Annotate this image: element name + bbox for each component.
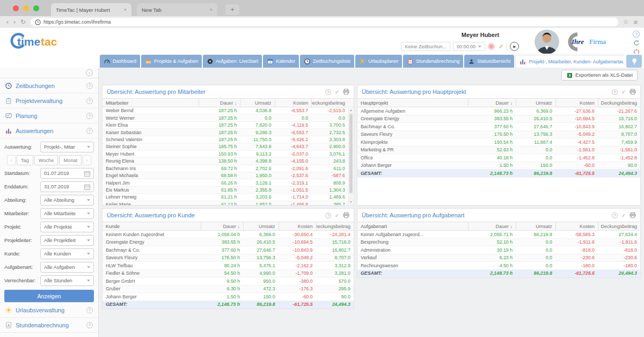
column-header-dauer[interactable]: Dauer ↓ bbox=[201, 222, 244, 230]
table-scrollbar[interactable]: ▲ ▼ bbox=[348, 108, 353, 204]
help-question-icon[interactable]: ? bbox=[86, 83, 93, 89]
filter-select[interactable]: Alle Mitarbeite bbox=[40, 208, 94, 219]
period-button-tag[interactable]: Tag bbox=[17, 155, 33, 165]
sidebar-item-einstellungen[interactable]: ⚙Einstellungen? bbox=[0, 333, 98, 337]
table-row[interactable]: Kleinprojekte150.54 h11,887.4-4,427.57,4… bbox=[357, 138, 640, 146]
table-row[interactable]: Rechnungswesen4.50 h0.0-180.0-180.0 bbox=[357, 262, 640, 270]
stop-icon[interactable] bbox=[488, 43, 495, 50]
column-header-umsatz[interactable]: Umsatz bbox=[516, 222, 555, 230]
column-header-kunde[interactable]: Kunde bbox=[103, 222, 201, 230]
table-row[interactable]: Engel Michaela68.58 h1,950.0-2,537.6-587… bbox=[103, 172, 354, 179]
export-xls-button[interactable]: X Exportieren als XLS-Datei bbox=[561, 70, 638, 80]
browser-new-tab-button[interactable]: + bbox=[225, 4, 239, 15]
menu-icon[interactable]: ≡ bbox=[633, 19, 638, 26]
idea-bulb-button[interactable] bbox=[626, 55, 642, 68]
column-header-umsatz[interactable]: Umsatz bbox=[516, 99, 555, 107]
minimize-window-button[interactable] bbox=[23, 5, 29, 11]
column-header-dauer[interactable]: Dauer ↓ bbox=[468, 99, 516, 107]
table-row[interactable]: Johann Berger1.50 h150.0-60.090.0 bbox=[103, 293, 354, 301]
table-row[interactable]: Administration30.19 h0.0-818.0-818.0 bbox=[357, 246, 640, 254]
table-row[interactable]: Gruber6.30 h472.3-176.3295.9 bbox=[103, 285, 354, 294]
printer-icon[interactable] bbox=[343, 89, 349, 95]
table-row[interactable]: Steiner Sophie185.75 h7,543.8-4,643.72,9… bbox=[103, 143, 354, 150]
filter-select[interactable]: Alle Kunden bbox=[40, 248, 94, 259]
table-row[interactable]: Marketing & PR52.63 h0.0-1,561.0-1,561.0 bbox=[357, 146, 640, 155]
table-row[interactable]: HLW Tiefbau80.24 h5,475.1-2,162.23,312.9 bbox=[103, 262, 354, 270]
help-question-icon[interactable]: ? bbox=[86, 307, 93, 313]
help-icon[interactable]: ? bbox=[633, 31, 640, 38]
sidebar-item-projektverwaltung[interactable]: Projektverwaltung? bbox=[0, 93, 98, 108]
auswertung-select[interactable]: Projekt-, Mitar bbox=[40, 142, 94, 152]
question-icon[interactable]: ? bbox=[325, 213, 331, 218]
table-row[interactable]: Johann Berger1.50 h150.0-60.090.0 bbox=[357, 162, 640, 170]
collapse-sidebar-icon[interactable]: ‹ bbox=[86, 69, 93, 76]
column-header-deckungsbeitrag[interactable]: Deckungsbeitrag bbox=[598, 99, 640, 107]
nav-tab-projekte-aufgaben[interactable]: Projekte & Aufgaben bbox=[141, 55, 202, 68]
period-next-icon[interactable]: › bbox=[83, 155, 91, 165]
question-icon[interactable]: ? bbox=[612, 89, 618, 95]
column-header-kosten[interactable]: Kosten bbox=[555, 222, 598, 230]
period-button-monat[interactable]: Monat bbox=[59, 155, 82, 165]
filter-select[interactable]: Alle Projekte bbox=[40, 222, 94, 232]
column-header-deckungsbeitrag[interactable]: Deckungsbeitrag bbox=[316, 222, 354, 230]
table-row[interactable]: Berger GmbH9.50 h950.0-380.0570.0 bbox=[103, 277, 354, 285]
back-icon[interactable]: ‹ bbox=[6, 19, 9, 25]
nav-tab-active[interactable]: Projekt-, Mitarbeiter, Kunden- Aufgabena… bbox=[515, 55, 624, 68]
table-row[interactable]: Kaiser Sebastian187.25 h9,286.3-6,553.72… bbox=[103, 129, 354, 136]
table-row[interactable]: Greengate Energy383.55 h26,410.5-10,694.… bbox=[357, 115, 640, 123]
close-icon[interactable]: × bbox=[124, 7, 127, 12]
column-header-deckungsbeitrag[interactable]: Deckungsbeitrag bbox=[598, 222, 640, 230]
table-row[interactable]: Verkauf6.23 h0.0-230.6-230.6 bbox=[357, 254, 640, 262]
printer-icon[interactable] bbox=[630, 89, 636, 95]
column-header-kosten[interactable]: Kosten bbox=[279, 222, 316, 230]
table-row[interactable]: Keiner Aufgabenart zugeord...2,055.71 h8… bbox=[357, 231, 640, 239]
scrollbar-thumb[interactable] bbox=[349, 114, 353, 193]
forward-icon[interactable]: › bbox=[13, 19, 16, 25]
table-row[interactable]: Besprechung52.10 h0.0-1,911.6-1,911.6 bbox=[357, 239, 640, 247]
filter-select[interactable]: Alle Projektleit bbox=[40, 235, 94, 246]
nav-tab-statusübersicht[interactable]: Statusübersicht bbox=[464, 55, 514, 68]
column-header-kosten[interactable]: Kosten bbox=[555, 99, 598, 107]
check-icon[interactable]: ✓ bbox=[620, 89, 627, 95]
table-row[interactable]: Greengate Energy383.55 h26,410.5-10,694.… bbox=[103, 239, 354, 247]
edit-pencil-icon[interactable] bbox=[497, 43, 504, 50]
printer-icon[interactable] bbox=[343, 212, 349, 218]
close-icon[interactable]: × bbox=[210, 7, 213, 12]
scroll-down-icon[interactable]: ▼ bbox=[349, 200, 353, 204]
current-booking-field[interactable]: Keine Zeitbuchun... bbox=[401, 42, 450, 51]
browser-tab[interactable]: TimeTac | Mayer Hubert× bbox=[51, 3, 131, 16]
table-row[interactable]: Klein Elisa187.25 h7,820.0-4,119.53,700.… bbox=[103, 122, 354, 129]
maximize-window-button[interactable] bbox=[33, 5, 39, 11]
column-header-deckungsbeitrag[interactable]: Deckungsbeitrag bbox=[311, 99, 348, 107]
scroll-up-icon[interactable]: ▲ bbox=[349, 108, 353, 113]
filter-select[interactable]: Alle Abteilung bbox=[40, 195, 94, 206]
period-button-woche[interactable]: Woche bbox=[34, 155, 58, 165]
timer-value-select[interactable]: 00:00:00 bbox=[453, 42, 485, 51]
column-header-aufgabenart[interactable]: Aufgabenart bbox=[357, 222, 468, 230]
nav-tab-urlaubsplaner[interactable]: Urlaubsplaner bbox=[355, 55, 402, 68]
check-icon[interactable]: ✓ bbox=[334, 212, 340, 218]
question-icon[interactable]: ? bbox=[612, 213, 618, 218]
filter-select[interactable]: Alle Stunden bbox=[40, 275, 94, 286]
anzeigen-button[interactable]: Anzeigen bbox=[4, 290, 94, 302]
table-row[interactable]: Bachmayr & Co.377.60 h27,646.7-10,843.91… bbox=[357, 123, 640, 131]
start-timer-button[interactable]: ▶ bbox=[510, 42, 519, 51]
table-row[interactable]: Wertz Werner187.25 h0.00.00.0 bbox=[103, 114, 354, 121]
table-row[interactable]: Allgemeine Aufgaben966.23 h6,369.0-27,63… bbox=[357, 107, 640, 115]
table-row[interactable]: Reunig Elena138.50 h4,398.8-4,155.0243.8 bbox=[103, 158, 354, 165]
table-row[interactable]: Halpert Jim66.26 h3,128.1-2,319.1808.9 bbox=[103, 179, 354, 186]
sidebar-item-zeitbuchungen[interactable]: Zeitbuchungen? bbox=[0, 78, 98, 93]
filter-select[interactable]: Alle Aufgaben bbox=[40, 262, 94, 273]
sidebar-item-stundenabrechnung[interactable]: AStundenabrechnung? bbox=[0, 318, 98, 333]
date-input[interactable]: 31.07.2019 bbox=[40, 181, 94, 192]
table-row[interactable]: Weber Bernd187.25 h4,038.8-6,553.7-2,515… bbox=[103, 107, 354, 114]
column-header-hauptprojekt[interactable]: Hauptprojekt bbox=[357, 99, 468, 107]
check-icon[interactable]: ✓ bbox=[334, 89, 340, 95]
printer-icon[interactable] bbox=[630, 212, 636, 218]
table-row[interactable]: Office40.18 h0.0-1,452.8-1,452.8 bbox=[357, 154, 640, 162]
help-question-icon[interactable]: ? bbox=[86, 113, 93, 119]
refresh-icon[interactable] bbox=[633, 40, 640, 46]
sidebar-item-planung[interactable]: Planung? bbox=[0, 108, 98, 123]
column-header-umsatz[interactable]: Umsatz bbox=[240, 99, 274, 107]
sidebar-item-auswertungen[interactable]: Auswertungen? bbox=[0, 123, 98, 138]
